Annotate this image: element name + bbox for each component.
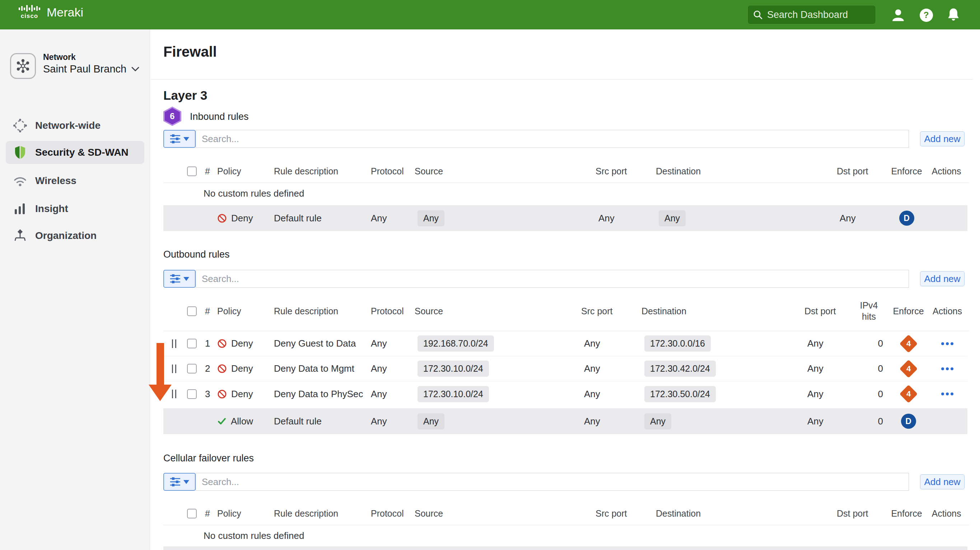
col-description: Rule description [272,509,369,519]
row-actions-button[interactable] [941,342,953,345]
outbound-add-new-button[interactable]: Add new [920,271,964,286]
col-destination: Destination [654,509,834,519]
policy-cell: Deny [216,388,272,400]
drag-handle[interactable] [172,339,176,348]
outbound-filter-button[interactable] [163,270,196,288]
user-icon [891,8,905,22]
enforce-badge: 4 [899,360,918,378]
protocol-cell: Any [369,388,413,400]
inbound-default-rule-row: Deny Default rule Any Any Any Any Any D [163,205,967,231]
page-title: Firewall [163,44,217,60]
organization-icon [12,229,28,242]
policy-cell: Deny [216,213,272,224]
row-checkbox[interactable] [187,364,197,374]
filter-sliders-icon [170,274,181,284]
row-checkbox[interactable] [187,389,197,399]
outbound-select-all-checkbox[interactable] [187,306,197,316]
notifications-button[interactable] [945,7,961,23]
main-content: Firewall Layer 3 6 Inbound rules Add n [150,29,980,550]
col-actions: Actions [927,306,967,317]
policy-cell: Deny [216,338,272,349]
col-protocol: Protocol [369,166,413,176]
ipv4-hits-cell: 0 [848,416,889,427]
inbound-rules-label: Inbound rules [190,111,249,122]
cellular-search-input[interactable] [196,473,909,491]
inbound-table-header: # Policy Rule description Protocol Sourc… [163,163,967,179]
description-cell: Deny Data to PhySec [272,388,369,400]
sidebar-item-security-sdwan[interactable]: Security & SD-WAN [6,141,144,164]
row-actions-button[interactable] [941,393,953,395]
ipv4-hits-cell: 0 [848,338,889,349]
help-button[interactable]: ? [918,7,934,23]
rule-number: 1 [204,338,216,349]
divider [163,525,969,525]
sidebar-item-insight[interactable]: Insight [6,197,144,220]
enforce-cell: 4 [889,362,927,375]
shield-icon [12,145,28,160]
deny-icon [217,389,227,399]
dashboard-search-input[interactable] [767,10,868,21]
enforce-cell: D [888,211,926,226]
cellular-add-new-button[interactable]: Add new [920,474,964,489]
drag-handle[interactable] [172,390,176,398]
dst-port-cell: Any [802,388,848,400]
policy-cell: Deny [216,363,272,374]
rule-number: 3 [204,388,216,400]
col-policy: Policy [216,306,272,317]
top-navigation-bar: cisco Meraki ? [0,0,980,29]
outbound-rule-row-3: 3 Deny Deny Data to PhySec Any 172.30.10… [163,381,967,406]
outbound-rules-label: Outbound rules [163,249,230,260]
bar-chart-icon [12,203,28,215]
filter-sliders-icon [170,477,181,487]
cellular-filter-button[interactable] [163,473,196,491]
col-ipv4-hits: IPv4 hits [848,300,889,323]
account-button[interactable] [890,7,906,23]
inbound-filter-button[interactable] [163,130,196,148]
outbound-search-input[interactable] [196,270,909,288]
sidebar-item-network-wide[interactable]: Network-wide [6,114,144,137]
drag-handle[interactable] [172,365,176,373]
policy-cell: Allow [216,416,272,427]
ipv4-hits-cell: 0 [848,363,889,374]
inbound-select-all-checkbox[interactable] [187,166,197,176]
col-destination: Destination [654,166,834,176]
dst-port-cell: Any [802,416,848,427]
inbound-search-input[interactable] [196,130,909,148]
col-policy: Policy [216,166,272,176]
cellular-rules-label: Cellular failover rules [163,453,254,464]
enforce-cell: D [889,414,927,429]
sidebar-item-wireless[interactable]: Wireless [6,170,144,192]
inbound-add-new-button[interactable]: Add new [920,131,964,146]
src-port-cell: Any [578,416,640,427]
wifi-icon [12,175,28,187]
source-cell: Any [413,413,578,430]
divider [163,182,969,183]
dst-port-cell: Any [834,213,888,224]
col-source: Source [413,509,593,519]
actions-cell [927,342,967,345]
allow-check-icon [217,417,226,426]
enforce-badge: 4 [899,334,918,353]
network-wide-icon [12,118,28,133]
rule-number: 2 [204,363,216,374]
protocol-cell: Any [369,213,413,224]
enforce-cell: 4 [889,387,927,400]
dashboard-search[interactable] [748,5,876,24]
row-actions-button[interactable] [941,368,953,370]
col-enforce: Enforce [888,166,926,176]
inbound-search-row: Add new [163,130,967,148]
enforce-badge: 4 [899,385,918,403]
cellular-select-all-checkbox[interactable] [187,509,197,518]
col-enforce: Enforce [888,509,926,519]
sidebar-item-organization[interactable]: Organization [6,224,144,247]
actions-cell [927,393,967,395]
outbound-search-row: Add new [163,270,967,288]
col-dst-port: Dst port [834,166,888,176]
filter-dropdown-arrow [183,137,189,141]
row-checkbox[interactable] [187,339,197,349]
network-selector[interactable]: Saint Paul Branch [43,63,139,75]
source-cell: Any [413,210,593,227]
col-description: Rule description [272,166,369,176]
cellular-default-rule-row-partial [163,547,967,550]
actions-cell [927,368,967,370]
